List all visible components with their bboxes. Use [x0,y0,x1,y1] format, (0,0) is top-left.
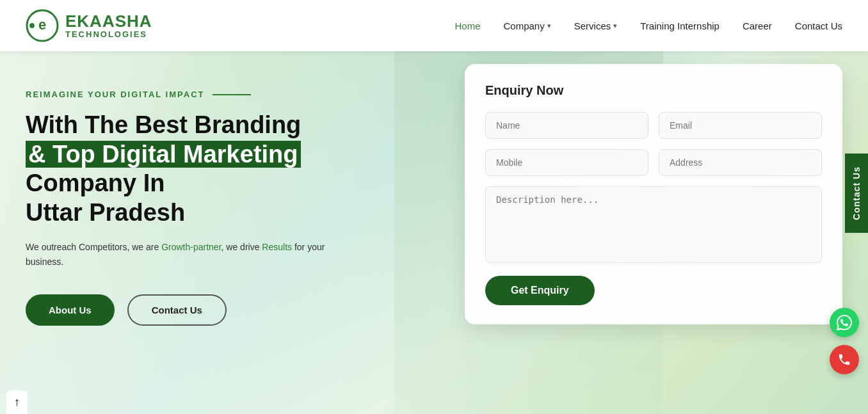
get-enquiry-button[interactable]: Get Enquiry [485,276,595,305]
hero-buttons: About Us Contact Us [26,294,358,326]
chevron-down-icon: ▾ [547,22,551,30]
description-textarea[interactable] [485,186,822,263]
form-row-1 [485,112,822,139]
whatsapp-float-button[interactable] [830,308,859,337]
nav-item-services[interactable]: Services ▾ [574,20,618,31]
contact-us-button[interactable]: Contact Us [127,294,227,326]
name-input[interactable] [485,112,648,139]
scroll-up-icon: ↑ [14,395,20,408]
email-input[interactable] [659,112,822,139]
navbar: e EKAASHA TECHNOLOGIES Home Company ▾ Se… [0,0,868,51]
nav-item-company[interactable]: Company ▾ [504,20,551,31]
enquiry-title: Enquiry Now [485,83,822,98]
nav-contact-label: Contact Us [795,20,842,31]
nav-item-home[interactable]: Home [455,20,481,31]
scroll-up-button[interactable]: ↑ [6,390,28,414]
hero-title-highlight: & Top Digital Marketing [26,141,301,168]
hero-title: With The Best Branding & Top Digital Mar… [26,111,358,227]
brand-name-sub: TECHNOLOGIES [65,30,152,39]
mobile-input[interactable] [485,149,648,176]
nav-services-label: Services [574,20,611,31]
nav-home-label: Home [455,20,481,31]
hero-subtitle: We outreach Competitors, we are Growth-p… [26,240,358,269]
svg-point-2 [29,23,35,28]
hero-content: REIMAGINE YOUR DIGITAL IMPACT With The B… [26,90,358,326]
brand-name-main: EKAASHA [65,12,152,31]
address-input[interactable] [659,149,822,176]
nav-menu: Home Company ▾ Services ▾ Training Inter… [455,20,843,31]
phone-icon [837,353,851,367]
nav-item-training[interactable]: Training Internship [640,20,719,31]
nav-item-contact[interactable]: Contact Us [795,20,842,31]
logo-icon: e [26,9,59,42]
enquiry-form-card: Enquiry Now Get Enquiry [465,64,842,324]
whatsapp-icon [837,315,852,330]
tagline-line [213,94,251,95]
nav-career-label: Career [743,20,772,31]
chevron-down-icon: ▾ [613,22,617,30]
hero-section: REIMAGINE YOUR DIGITAL IMPACT With The B… [0,51,868,414]
nav-item-career[interactable]: Career [743,20,772,31]
about-us-button[interactable]: About Us [26,294,115,326]
phone-float-button[interactable] [830,345,859,374]
nav-company-label: Company [504,20,545,31]
form-row-2 [485,149,822,176]
hero-title-line1: With The Best Branding [26,111,301,138]
hero-title-line2-rest: Company In [26,170,165,196]
hero-tagline-text: REIMAGINE YOUR DIGITAL IMPACT [26,90,205,99]
nav-training-label: Training Internship [640,20,719,31]
hero-tagline: REIMAGINE YOUR DIGITAL IMPACT [26,90,358,99]
hero-title-line3: Uttar Pradesh [26,199,185,226]
logo[interactable]: e EKAASHA TECHNOLOGIES [26,9,152,42]
svg-text:e: e [38,17,46,33]
contact-side-tab[interactable]: Contact Us [845,154,868,233]
